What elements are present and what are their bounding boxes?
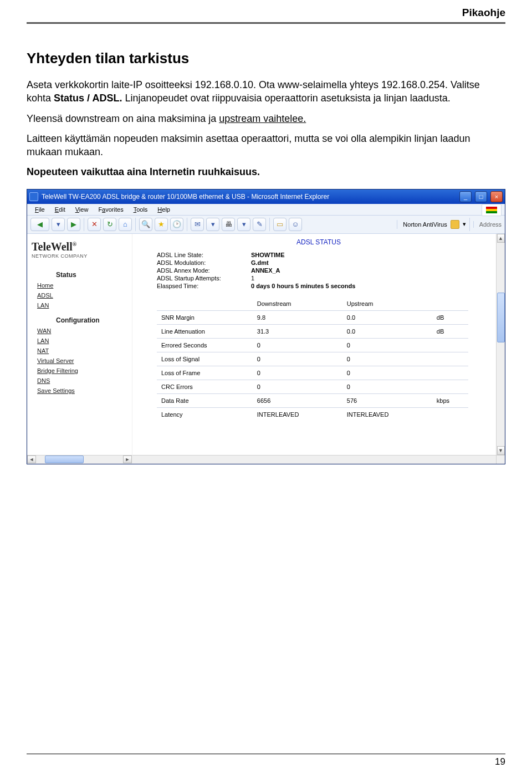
table-row: Loss of Frame00 xyxy=(157,366,468,380)
sidebar-hscrollbar[interactable]: ◄ ► xyxy=(27,455,132,464)
chat-icon: ☺ xyxy=(291,220,299,228)
status-title: ADSL STATUS xyxy=(146,238,492,246)
table-row: SNR Margin9.80.0dB xyxy=(157,310,468,324)
window-maximize-button[interactable]: □ xyxy=(475,191,487,202)
sidebar-link-adsl[interactable]: ADSL xyxy=(37,292,132,299)
doc-paragraph-1: Aseta verkkokortin laite-IP osoitteeksi … xyxy=(27,78,505,105)
folder-button[interactable]: ▭ xyxy=(273,218,287,231)
sidebar-link-dns[interactable]: DNS xyxy=(37,377,132,384)
forward-icon: ▶ xyxy=(71,220,76,228)
main-hscrollbar[interactable] xyxy=(132,455,496,464)
refresh-icon: ↻ xyxy=(107,220,113,228)
main-vscrollbar[interactable]: ▲ ▼ xyxy=(496,234,505,455)
back-button[interactable]: ◀ xyxy=(30,218,49,231)
sidebar-link-lan[interactable]: LAN xyxy=(37,302,132,309)
kv-key: Elaspsed Time: xyxy=(157,283,251,289)
sidebar-hscroll-thumb[interactable] xyxy=(45,456,84,463)
kv-key: ADSL Line State: xyxy=(157,252,251,258)
table-row: Loss of Signal00 xyxy=(157,352,468,366)
back-dropdown[interactable]: ▾ xyxy=(52,218,65,231)
sidebar-section-config: Configuration xyxy=(56,316,132,324)
app-icon xyxy=(29,192,38,201)
menu-file[interactable]: File xyxy=(30,205,49,214)
kv-value: G.dmt xyxy=(251,259,492,266)
stats-table: Downstream Upstream SNR Margin9.80.0dB L… xyxy=(157,297,468,421)
kv-value: 1 xyxy=(251,275,492,282)
edit-button[interactable]: ✎ xyxy=(253,218,266,231)
doc-paragraph-4: Nopeuteen vaikuttaa aina Internetin ruuh… xyxy=(27,165,505,178)
chevron-down-icon: ▾ xyxy=(57,220,60,228)
window-titlebar[interactable]: TeleWell TW-EA200 ADSL bridge & router 1… xyxy=(27,190,505,204)
mail-dropdown[interactable]: ▾ xyxy=(206,218,219,231)
table-row: Line Attenuation31.30.0dB xyxy=(157,324,468,338)
print-dropdown[interactable]: ▾ xyxy=(237,218,250,231)
vscroll-thumb[interactable] xyxy=(497,293,505,342)
browser-window: TeleWell TW-EA200 ADSL bridge & router 1… xyxy=(27,189,505,464)
toolbar-separator xyxy=(469,218,470,231)
menu-help[interactable]: Help xyxy=(153,205,175,214)
page-number: 19 xyxy=(495,756,505,767)
table-row: CRC Errors00 xyxy=(157,380,468,393)
menu-tools[interactable]: Tools xyxy=(129,205,152,214)
print-button[interactable]: 🖶 xyxy=(222,218,235,231)
sidebar-link-wan[interactable]: WAN xyxy=(37,327,132,334)
toolbar: ◀ ▾ ▶ ✕ ↻ ⌂ 🔍 ★ 🕑 ✉ ▾ 🖶 ▾ ✎ ▭ ☺ Norton A… xyxy=(27,216,505,234)
sidebar-link-nat[interactable]: NAT xyxy=(37,347,132,354)
scroll-down-button[interactable]: ▼ xyxy=(497,446,505,455)
kv-value: 0 days 0 hours 5 minutes 5 seconds xyxy=(251,283,492,289)
menubar: File Edit View Favorites Tools Help xyxy=(27,204,505,216)
sidebar-link-virtual-server[interactable]: Virtual Server xyxy=(37,357,132,364)
sidebar-link-home[interactable]: Home xyxy=(37,282,132,289)
stop-button[interactable]: ✕ xyxy=(88,218,101,231)
kv-key: ADSL Annex Mode: xyxy=(157,267,251,274)
favorites-button[interactable]: ★ xyxy=(155,218,168,231)
windows-logo-icon xyxy=(482,204,502,216)
header-rule xyxy=(27,22,505,24)
sidebar-link-save-settings[interactable]: Save Settings xyxy=(37,387,132,394)
norton-icon[interactable] xyxy=(451,220,459,229)
window-minimize-button[interactable]: _ xyxy=(459,191,472,202)
brand-name: TeleWell® xyxy=(32,240,127,253)
window-close-button[interactable]: × xyxy=(490,191,503,202)
search-button[interactable]: 🔍 xyxy=(139,218,152,231)
header-label: Pikaohje xyxy=(462,7,505,19)
chevron-down-icon: ▾ xyxy=(242,220,246,228)
folder-icon: ▭ xyxy=(277,220,283,228)
sidebar-link-bridge-filtering[interactable]: Bridge Filtering xyxy=(37,367,132,374)
scroll-up-button[interactable]: ▲ xyxy=(497,234,505,243)
window-title: TeleWell TW-EA200 ADSL bridge & router 1… xyxy=(42,193,456,201)
doc-paragraph-3: Laitteen käyttämän nopeuden maksimin ase… xyxy=(27,132,505,159)
sidebar-link-lan2[interactable]: LAN xyxy=(37,337,132,344)
address-label: Address xyxy=(473,221,502,228)
discuss-button[interactable]: ☺ xyxy=(289,218,302,231)
menu-favorites[interactable]: Favorites xyxy=(94,205,127,214)
chevron-down-icon[interactable]: ▾ xyxy=(463,221,466,228)
status-kv-list: ADSL Line State:SHOWTIME ADSL Modulation… xyxy=(157,252,492,289)
toolbar-separator xyxy=(84,218,84,231)
doc-heading: Yhteyden tilan tarkistus xyxy=(27,50,505,67)
history-button[interactable]: 🕑 xyxy=(170,218,183,231)
brand-block: TeleWell® NETWORK COMPANY xyxy=(27,238,132,263)
menu-edit[interactable]: Edit xyxy=(50,205,70,214)
table-row: Data Rate6656576kbps xyxy=(157,393,468,407)
forward-button[interactable]: ▶ xyxy=(67,218,80,231)
scroll-left-button[interactable]: ◄ xyxy=(27,456,36,463)
home-icon: ⌂ xyxy=(123,220,127,228)
doc-p1-b: Status / ADSL. xyxy=(54,93,122,104)
mail-icon: ✉ xyxy=(195,220,201,228)
norton-label: Norton AntiVirus xyxy=(403,221,447,228)
home-button[interactable]: ⌂ xyxy=(119,218,132,231)
mail-button[interactable]: ✉ xyxy=(191,218,204,231)
menu-view[interactable]: View xyxy=(71,205,93,214)
vscroll-track[interactable] xyxy=(497,243,505,446)
main-panel: ADSL STATUS ADSL Line State:SHOWTIME ADS… xyxy=(132,234,505,464)
star-icon: ★ xyxy=(158,220,165,228)
refresh-button[interactable]: ↻ xyxy=(103,218,116,231)
sidebar: TeleWell® NETWORK COMPANY Status Home AD… xyxy=(27,234,132,464)
col-downstream: Downstream xyxy=(253,297,342,311)
brand-sub: NETWORK COMPANY xyxy=(32,253,127,259)
chevron-down-icon: ▾ xyxy=(211,220,215,228)
edit-icon: ✎ xyxy=(257,220,263,228)
toolbar-separator xyxy=(187,218,187,231)
scroll-right-button[interactable]: ► xyxy=(123,456,132,463)
